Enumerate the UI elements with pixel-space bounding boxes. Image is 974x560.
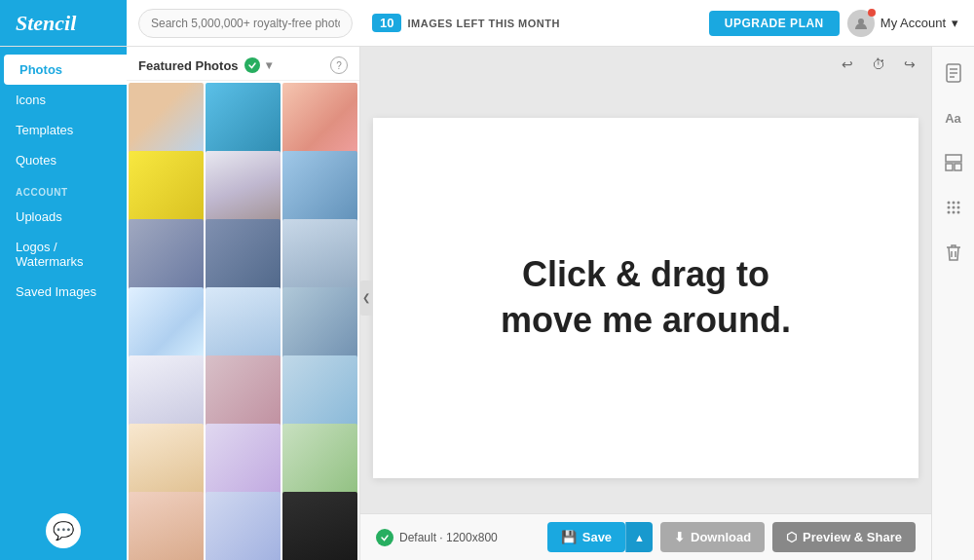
- svg-point-10: [956, 206, 959, 209]
- share-icon: ⬡: [786, 530, 797, 544]
- images-left-label: IMAGES LEFT THIS MONTH: [407, 18, 559, 29]
- chevron-down-icon: ▾: [952, 16, 958, 30]
- list-item[interactable]: [129, 492, 204, 560]
- svg-point-11: [947, 211, 950, 214]
- svg-point-7: [956, 202, 959, 205]
- canvas-toolbar: ↩ ⏱ ↪: [360, 47, 931, 82]
- featured-green-dot: [244, 57, 260, 73]
- size-dot: [376, 529, 393, 546]
- canvas-wrapper: Click & drag to move me around. ❮: [360, 82, 931, 513]
- images-left-area: 10 IMAGES LEFT THIS MONTH: [364, 14, 709, 32]
- list-item[interactable]: [129, 424, 204, 499]
- download-button[interactable]: ⬇ Download: [660, 522, 765, 552]
- canvas-footer-right: 💾 Save ▲ ⬇ Download ⬡ Preview & Share: [547, 522, 916, 552]
- chevron-left-icon: ❮: [362, 292, 370, 303]
- search-input[interactable]: [138, 9, 353, 38]
- preview-share-button[interactable]: ⬡ Preview & Share: [772, 522, 916, 552]
- featured-photos-text: Featured Photos: [138, 58, 239, 73]
- svg-point-6: [952, 202, 955, 205]
- sidebar-item-templates[interactable]: Templates: [0, 115, 127, 145]
- notification-dot: [868, 9, 876, 17]
- sidebar-item-logos[interactable]: Logos / Watermarks: [0, 232, 127, 277]
- photo-grid: [127, 81, 359, 560]
- header-right: UPGRADE PLAN My Account ▾: [709, 10, 974, 37]
- svg-point-5: [947, 202, 950, 205]
- trash-tool-button[interactable]: [939, 238, 968, 267]
- list-item[interactable]: [206, 287, 281, 362]
- images-left-count: 10: [372, 14, 401, 32]
- list-item[interactable]: [129, 219, 204, 294]
- list-item[interactable]: [129, 355, 204, 430]
- svg-point-9: [952, 206, 955, 209]
- canvas-area: ↩ ⏱ ↪ Click & drag to move me around. ❮ …: [360, 47, 931, 560]
- canvas-placeholder-text[interactable]: Click & drag to move me around.: [501, 252, 791, 344]
- redo-button[interactable]: ↪: [898, 53, 921, 76]
- list-item[interactable]: [206, 424, 281, 499]
- undo-button[interactable]: ↩: [836, 53, 859, 76]
- collapse-panel-button[interactable]: ❮: [360, 280, 373, 316]
- layout-tool-button[interactable]: [939, 148, 968, 177]
- save-button[interactable]: 💾 Save: [547, 522, 625, 552]
- list-item[interactable]: [129, 151, 204, 226]
- list-item[interactable]: [206, 355, 281, 430]
- sidebar-item-icons[interactable]: Icons: [0, 85, 127, 115]
- save-icon: 💾: [561, 530, 577, 544]
- sidebar: Photos Icons Templates Quotes ACCOUNT Up…: [0, 47, 127, 560]
- file-tool-button[interactable]: [939, 58, 968, 88]
- list-item[interactable]: [206, 83, 281, 158]
- grid-tool-button[interactable]: [939, 193, 968, 222]
- canvas-size-label: Default · 1200x800: [399, 531, 498, 544]
- sidebar-item-saved[interactable]: Saved Images: [0, 277, 127, 307]
- photo-panel: Featured Photos ▾ ?: [127, 47, 360, 560]
- sidebar-item-photos[interactable]: Photos: [4, 55, 127, 85]
- list-item[interactable]: [282, 151, 357, 226]
- header: Stencil 10 IMAGES LEFT THIS MONTH UPGRAD…: [0, 0, 974, 47]
- list-item[interactable]: [206, 219, 281, 294]
- save-group: 💾 Save ▲: [547, 522, 653, 552]
- svg-point-13: [956, 211, 959, 214]
- chat-icon: 💬: [53, 520, 74, 541]
- sidebar-bottom: 💬: [0, 502, 127, 560]
- main-layout: Photos Icons Templates Quotes ACCOUNT Up…: [0, 47, 974, 560]
- list-item[interactable]: [282, 492, 357, 560]
- list-item[interactable]: [282, 424, 357, 499]
- download-icon: ⬇: [674, 530, 685, 544]
- svg-point-8: [947, 206, 950, 209]
- list-item[interactable]: [206, 492, 281, 560]
- avatar: [847, 10, 875, 37]
- svg-rect-2: [946, 155, 961, 162]
- list-item[interactable]: [129, 83, 204, 158]
- featured-photos-label: Featured Photos ▾: [138, 57, 272, 73]
- logo-area: Stencil: [0, 0, 127, 46]
- svg-point-12: [952, 211, 955, 214]
- history-button[interactable]: ⏱: [867, 53, 890, 76]
- list-item[interactable]: [206, 151, 281, 226]
- logo: Stencil: [16, 11, 76, 36]
- canvas-size-info: Default · 1200x800: [376, 529, 498, 546]
- list-item[interactable]: [282, 355, 357, 430]
- info-icon[interactable]: ?: [330, 56, 348, 74]
- upgrade-plan-button[interactable]: UPGRADE PLAN: [709, 11, 840, 36]
- photo-panel-header: Featured Photos ▾ ?: [127, 47, 359, 81]
- canvas-footer: Default · 1200x800 💾 Save ▲ ⬇ Download ⬡…: [360, 513, 931, 560]
- list-item[interactable]: [282, 287, 357, 362]
- images-left-badge: 10 IMAGES LEFT THIS MONTH: [372, 14, 560, 32]
- list-item[interactable]: [282, 83, 357, 158]
- sidebar-item-quotes[interactable]: Quotes: [0, 145, 127, 175]
- search-area: [127, 9, 364, 38]
- list-item[interactable]: [282, 219, 357, 294]
- account-menu[interactable]: My Account ▾: [847, 10, 958, 37]
- svg-rect-4: [955, 164, 961, 170]
- canvas[interactable]: Click & drag to move me around. ❮: [373, 118, 918, 478]
- account-label: My Account: [880, 16, 946, 30]
- text-tool-button[interactable]: Aa: [939, 103, 968, 132]
- svg-rect-3: [946, 164, 953, 170]
- sidebar-item-uploads[interactable]: Uploads: [0, 202, 127, 232]
- account-section-label: ACCOUNT: [0, 175, 127, 202]
- save-dropdown-button[interactable]: ▲: [625, 522, 653, 552]
- chevron-down-icon: ▾: [266, 58, 272, 72]
- chat-button[interactable]: 💬: [46, 513, 81, 548]
- right-tool-panel: Aa: [931, 47, 974, 560]
- list-item[interactable]: [129, 287, 204, 362]
